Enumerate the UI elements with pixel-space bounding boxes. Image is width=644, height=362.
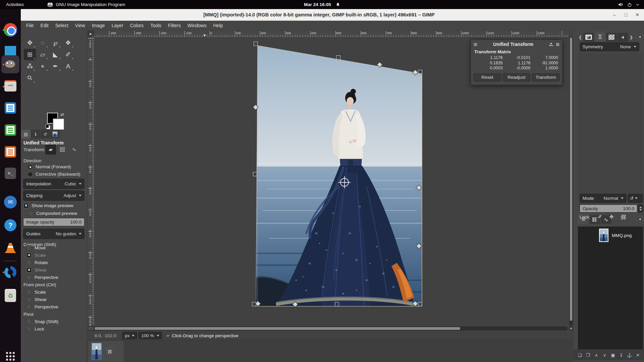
select-by-color-tool[interactable]: ❖ [62,37,74,48]
clipping-dropdown[interactable]: Clipping Adjust [23,190,85,201]
menu-help[interactable]: Help [210,21,226,29]
navigation-button[interactable]: ✥ [569,326,573,330]
raise-layer-button[interactable]: ∧ [593,351,600,359]
menu-filters[interactable]: Filters [165,21,184,29]
paintbrush-tool[interactable]: ✐ [62,49,74,60]
guides-dropdown[interactable]: Guides No guides [23,229,85,239]
free-select-tool[interactable]: ℘ [49,37,61,48]
radio-normal-forward[interactable] [28,165,33,169]
new-layer-button[interactable]: ❏ [576,351,583,359]
composited-preview-checkbox[interactable] [28,211,33,216]
tab-symmetry[interactable]: ⋈ [595,32,605,42]
layers-menu-icon[interactable]: ◀ [637,217,642,221]
close-dialog-icon[interactable]: ⊠ [556,42,559,47]
tabs-right-arrow[interactable]: ❯ [629,33,634,42]
zoom-tool[interactable]: ⚲ [24,72,36,83]
background-color-swatch[interactable] [53,119,64,130]
menu-view[interactable]: View [72,21,89,29]
checkbox[interactable] [26,319,32,324]
dock-chrome[interactable] [2,22,18,38]
checkbox[interactable] [26,267,32,273]
activities-button[interactable]: Activities [0,0,30,9]
handle-transform-tool[interactable]: ▱ [37,49,49,60]
default-colors-icon[interactable] [46,125,49,128]
vertical-scrollbar[interactable] [569,37,573,326]
unified-transform-tool[interactable]: ⊞ [24,49,36,60]
minimize-button[interactable]: – [610,11,619,19]
checkbox[interactable] [26,275,32,280]
tab-pointer[interactable]: ℹ [31,130,40,138]
menu-select[interactable]: Select [52,21,72,29]
ink-tool[interactable]: ✒ [49,61,61,72]
scale-handle[interactable] [418,302,422,306]
menu-edit[interactable]: Edit [37,21,52,29]
readjust-button[interactable]: Readjust [503,73,530,81]
reset-button[interactable]: Reset [474,73,501,81]
close-button[interactable]: ✕ [633,11,641,19]
lock-position-icon[interactable]: ✥ [609,214,614,220]
horizontal-scrollbar[interactable] [94,326,568,330]
close-image-icon[interactable]: ⊠ [106,348,113,355]
tabs-left-arrow[interactable]: ❮ [578,33,583,42]
checkbox[interactable] [26,253,32,258]
opacity-spinner[interactable] [638,204,643,213]
lock-pixels-icon[interactable]: ✐ [598,214,602,220]
bucket-fill-tool[interactable]: ◣ [49,49,61,60]
pivot-handle[interactable] [340,178,349,187]
dialog-header[interactable]: ⊞ Unified Transform ⊠ [471,40,562,49]
interpolation-dropdown[interactable]: Interpolation Cubic [23,179,85,189]
unit-dropdown[interactable]: px [122,332,137,339]
image-opacity-slider[interactable]: Image opacity 100.0 [23,218,85,226]
swap-colors-icon[interactable]: ⇄ [60,112,64,117]
menu-image[interactable]: Image [89,21,108,29]
horizontal-ruler[interactable]: -400-300-200-100010020030040050060070080… [94,31,569,37]
lower-layer-button[interactable]: ∨ [601,351,608,359]
duplicate-layer-button[interactable]: ▣ [609,351,616,359]
ellipse-select-tool[interactable]: ◌ [37,37,49,48]
scale-handle[interactable] [335,302,339,306]
menu-colors[interactable]: Colors [127,21,147,29]
transform-layer-button[interactable]: ▰ [45,144,56,155]
checkbox[interactable] [26,326,32,331]
dock-calc[interactable] [2,122,18,138]
tab-pointer[interactable]: ➤ [618,33,628,42]
dock-show-apps[interactable] [2,348,18,362]
dock-vlc[interactable] [2,240,18,256]
text-tool[interactable]: A [62,61,74,72]
layer-list[interactable]: MMQ.png [578,227,643,349]
checkbox[interactable] [26,290,32,295]
scale-handle[interactable] [253,172,257,176]
scale-handle[interactable] [418,70,422,74]
menu-file[interactable]: File [23,21,37,29]
symmetry-dropdown[interactable]: Symmetry None [580,42,639,51]
tab-image-thumb[interactable] [50,130,60,138]
menu-windows[interactable]: Windows [184,21,210,29]
checkbox[interactable] [26,245,32,250]
dock-trash[interactable]: ♻ [2,288,18,304]
dock-writer[interactable] [2,100,18,116]
system-tray[interactable] [618,2,644,7]
show-preview-checkbox[interactable] [23,203,29,208]
transform-path-button[interactable]: ∿ [69,144,79,155]
dock-gimp[interactable] [2,56,18,72]
tab-undo-history[interactable]: ↺ [41,130,50,138]
dock-updater[interactable] [2,264,18,280]
airbrush-tool[interactable]: ⁂ [24,61,36,72]
tab-brushes[interactable] [583,33,594,42]
menu-tools[interactable]: Tools [147,21,165,29]
maximize-button[interactable]: □ [622,11,630,19]
lock-alpha-icon[interactable] [621,215,626,220]
layer-mode-dropdown[interactable]: Mode Normal [580,194,627,203]
mode-group-switch[interactable]: ↺ [628,194,643,203]
delete-layer-button[interactable]: ✕ [634,351,641,359]
scale-handle[interactable] [254,42,258,46]
tab-patterns[interactable] [606,33,617,42]
dock-files[interactable] [2,78,18,95]
layer-row[interactable]: MMQ.png [578,228,643,243]
panel-menu-icon[interactable]: ◀ [637,34,642,39]
clone-tool[interactable]: ⌖ [37,61,49,72]
checkbox[interactable] [26,304,32,309]
vertical-ruler[interactable]: -100010020030040050060070080090010001100… [88,37,94,326]
anchor-layer-button[interactable]: ⚓ [626,351,633,359]
zoom-dropdown[interactable]: 100 % [139,332,162,339]
